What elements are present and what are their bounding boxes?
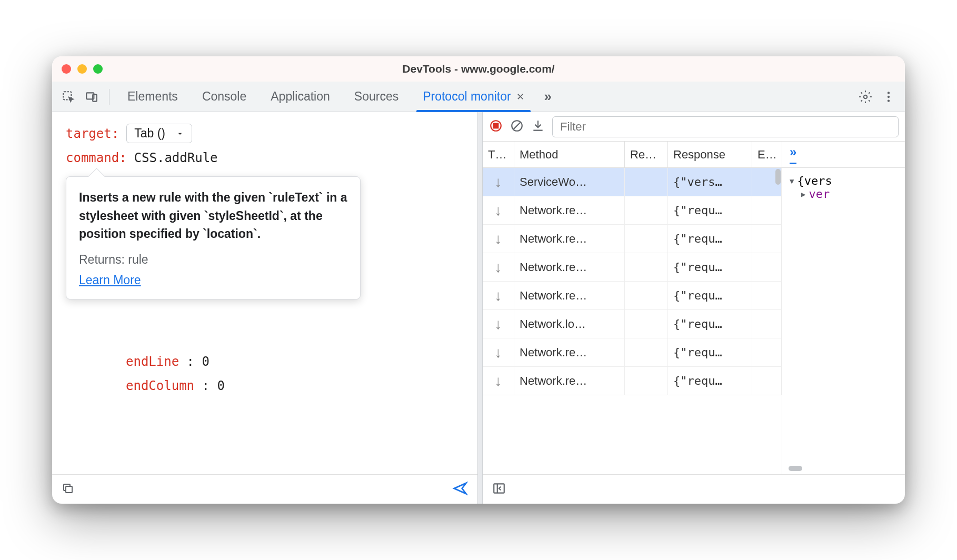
cell-method: Network.re… [514,367,625,395]
toggle-sidebar-icon[interactable] [492,482,506,497]
more-menu-icon[interactable] [879,87,899,107]
record-button[interactable] [489,119,503,135]
protocol-log-pane: T… Method Re… Response E… ↓ServiceWo…{"v… [483,112,905,504]
cell-type: ↓ [483,282,514,309]
tree-h-scrollbar[interactable] [789,466,899,471]
target-label: target: [66,126,119,141]
overflow-tabs-button[interactable]: » [538,87,558,107]
arrow-down-icon: ↓ [495,259,502,276]
arrow-down-icon: ↓ [495,231,502,247]
tree-root[interactable]: ▼ {vers [790,174,898,187]
table-row[interactable]: ↓Network.re…{"requ… [483,253,782,282]
chevron-down-icon [176,129,184,138]
command-value[interactable]: CSS.addRule [134,151,218,165]
command-doc-tooltip: Inserts a new rule with the given `ruleT… [66,176,361,299]
cell-type: ↓ [483,367,514,395]
titlebar: DevTools - www.google.com/ [52,56,905,82]
cell-request [625,282,668,309]
cell-method: Network.re… [514,338,625,366]
param-name: endColumn [126,378,194,393]
tooltip-returns: Returns: rule [79,253,347,267]
copy-icon[interactable] [62,482,74,497]
cell-request [625,253,668,281]
col-elapsed[interactable]: E… [752,142,782,167]
send-command-button[interactable] [452,481,468,498]
arrow-down-icon: ↓ [495,316,502,333]
tab-application[interactable]: Application [260,82,341,112]
cell-response: {"requ… [668,310,752,338]
target-value: Tab () [134,126,165,141]
cell-response: {"requ… [668,338,752,366]
learn-more-link[interactable]: Learn More [79,273,347,287]
table-row[interactable]: ↓Network.lo…{"requ… [483,310,782,338]
svg-rect-9 [494,123,499,128]
cell-response: {"requ… [668,225,752,253]
cell-request [625,225,668,253]
col-type[interactable]: T… [483,142,514,167]
param-value[interactable]: 0 [217,378,224,393]
tab-elements[interactable]: Elements [117,82,188,112]
cell-type: ↓ [483,338,514,366]
table-row[interactable]: ↓Network.re…{"requ… [483,196,782,225]
detail-tree-pane: » ▼ {vers ▶ ver [782,142,905,474]
minimize-window-button[interactable] [77,64,87,74]
cell-type: ↓ [483,253,514,281]
settings-icon[interactable] [855,87,875,107]
pane-splitter[interactable] [477,112,483,504]
table-row[interactable]: ↓Network.re…{"requ… [483,225,782,253]
devtools-window: DevTools - www.google.com/ Elements Cons… [52,56,905,504]
cell-method: Network.lo… [514,310,625,338]
tab-label: Console [202,89,246,104]
maximize-window-button[interactable] [93,64,103,74]
cell-type: ↓ [483,225,514,253]
col-response[interactable]: Response [668,142,752,167]
table-row[interactable]: ↓Network.re…{"requ… [483,367,782,395]
table-row[interactable]: ↓Network.re…{"requ… [483,338,782,367]
table-scrollbar[interactable] [774,168,782,474]
svg-point-5 [888,95,890,97]
tab-label: Protocol monitor [423,89,511,104]
tree-overflow-button[interactable]: » [790,145,796,164]
cell-type: ↓ [483,310,514,338]
arrow-down-icon: ↓ [495,202,502,219]
cell-response: {"requ… [668,282,752,309]
cell-response: {"requ… [668,196,752,224]
arrow-down-icon: ↓ [495,287,502,304]
device-toolbar-icon[interactable] [82,87,102,107]
cell-type: ↓ [483,196,514,224]
clear-log-icon[interactable] [510,119,524,135]
close-tab-icon[interactable]: ✕ [516,91,524,103]
col-method[interactable]: Method [514,142,625,167]
col-request[interactable]: Re… [625,142,668,167]
table-row[interactable]: ↓Network.re…{"requ… [483,282,782,310]
tab-console[interactable]: Console [192,82,257,112]
cell-request [625,196,668,224]
cell-response: {"vers… [668,168,752,196]
param-row: endColumn : 0 [126,378,225,393]
arrow-down-icon: ↓ [495,373,502,389]
target-select[interactable]: Tab () [126,124,192,143]
inspect-element-icon[interactable] [58,87,78,107]
svg-rect-7 [66,486,72,493]
cell-request [625,310,668,338]
tab-label: Application [271,89,330,104]
param-row: endLine : 0 [126,354,225,369]
cell-type: ↓ [483,168,514,196]
caret-right-icon: ▶ [801,190,805,198]
tab-protocol-monitor[interactable]: Protocol monitor ✕ [412,82,534,112]
arrow-down-icon: ↓ [495,344,502,361]
tab-sources[interactable]: Sources [344,82,409,112]
cell-method: Network.re… [514,225,625,253]
divider [109,89,109,105]
param-name: endLine [126,354,179,369]
cell-response: {"requ… [668,367,752,395]
arrow-down-icon: ↓ [495,174,502,191]
close-window-button[interactable] [62,64,71,74]
tree-child[interactable]: ▶ ver [790,187,898,201]
devtools-tabbar: Elements Console Application Sources Pro… [52,82,905,112]
table-row[interactable]: ↓ServiceWo…{"vers… [483,168,782,196]
cell-method: Network.re… [514,253,625,281]
download-icon[interactable] [531,119,545,135]
param-value[interactable]: 0 [202,354,210,369]
filter-input[interactable] [552,116,899,137]
